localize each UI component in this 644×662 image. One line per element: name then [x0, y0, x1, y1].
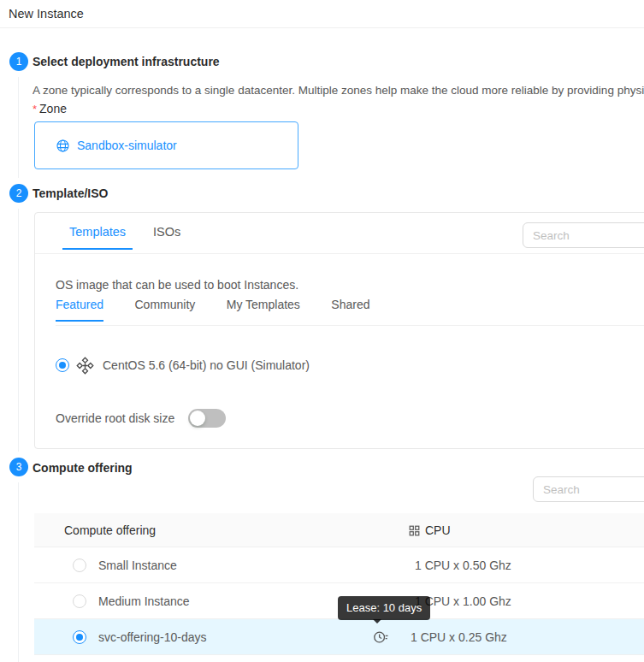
zone-label-text: Zone — [39, 102, 67, 115]
globe-icon — [56, 139, 70, 153]
step-1-badge: 1 — [9, 52, 28, 71]
step-2-badge: 2 — [9, 184, 28, 203]
step-2-title: Template/ISO — [32, 186, 108, 200]
offering-name: Medium Instance — [98, 583, 190, 619]
row-radio[interactable] — [73, 630, 86, 644]
template-iso-card: Templates ISOs OS image that can be used… — [34, 212, 644, 449]
zone-name: Sandbox-simulator — [77, 139, 177, 152]
compute-search-input[interactable] — [533, 476, 644, 502]
step-3-title: Compute offering — [32, 461, 133, 475]
lease-tooltip: Lease: 10 days — [338, 596, 430, 620]
template-tab-bar: Templates ISOs — [35, 213, 644, 254]
step-1-title: Select deployment infrastructure — [32, 55, 220, 68]
grid-icon — [409, 525, 420, 536]
required-asterisk: * — [32, 103, 37, 115]
override-root-disk-row: Override root disk size — [56, 408, 226, 429]
template-description: OS image that can be used to boot Instan… — [56, 278, 298, 292]
column-cpu: CPU — [409, 513, 451, 547]
template-filter-tabs: Featured Community My Templates Shared — [56, 297, 644, 326]
template-option-label: CentOS 5.6 (64-bit) no GUI (Simulator) — [103, 358, 310, 372]
template-option-centos[interactable]: CentOS 5.6 (64-bit) no GUI (Simulator) — [56, 352, 310, 378]
zone-description: A zone typically corresponds to a single… — [32, 84, 644, 97]
tab-templates[interactable]: Templates — [56, 213, 139, 249]
table-row-small-instance[interactable]: Small Instance 1 CPU x 0.50 Ghz — [34, 547, 644, 583]
step-connector — [18, 77, 19, 178]
centos-icon — [76, 357, 94, 375]
template-search-input[interactable] — [523, 222, 644, 248]
offering-cpu: 1 CPU x 0.50 Ghz — [415, 547, 511, 583]
filter-tab-featured[interactable]: Featured — [56, 298, 103, 322]
column-cpu-label: CPU — [425, 523, 451, 537]
table-row-svc-offering-10-days[interactable]: svc-offering-10-days 1 CPU x 0.25 Ghz — [34, 619, 644, 655]
compute-offering-table: Compute offering CPU Small Instance 1 CP… — [34, 513, 644, 655]
offering-name: svc-offering-10-days — [98, 619, 207, 655]
new-instance-page: New Instance 1 2 3 Select deployment inf… — [0, 0, 644, 662]
template-radio[interactable] — [56, 358, 69, 372]
filter-tab-my-templates[interactable]: My Templates — [227, 298, 300, 322]
column-compute-offering: Compute offering — [64, 513, 156, 547]
row-radio[interactable] — [73, 594, 86, 608]
offering-cpu: 1 CPU x 0.25 Ghz — [411, 619, 507, 655]
step-3-badge: 3 — [9, 458, 28, 476]
override-root-disk-label: Override root disk size — [56, 411, 174, 425]
step-connector — [18, 209, 19, 452]
page-title: New Instance — [9, 7, 84, 21]
override-root-disk-toggle[interactable] — [188, 409, 226, 428]
clock-icon[interactable] — [373, 629, 388, 645]
tab-isos[interactable]: ISOs — [139, 213, 194, 249]
page-header: New Instance — [0, 0, 644, 28]
step-connector — [18, 482, 19, 662]
offering-name: Small Instance — [98, 547, 177, 583]
filter-tab-community[interactable]: Community — [135, 298, 196, 322]
row-radio[interactable] — [73, 559, 86, 572]
filter-tab-shared[interactable]: Shared — [331, 298, 369, 322]
zone-field-label: *Zone — [32, 102, 67, 115]
table-header: Compute offering CPU — [34, 513, 644, 547]
zone-card-sandbox-simulator[interactable]: Sandbox-simulator — [34, 121, 298, 169]
